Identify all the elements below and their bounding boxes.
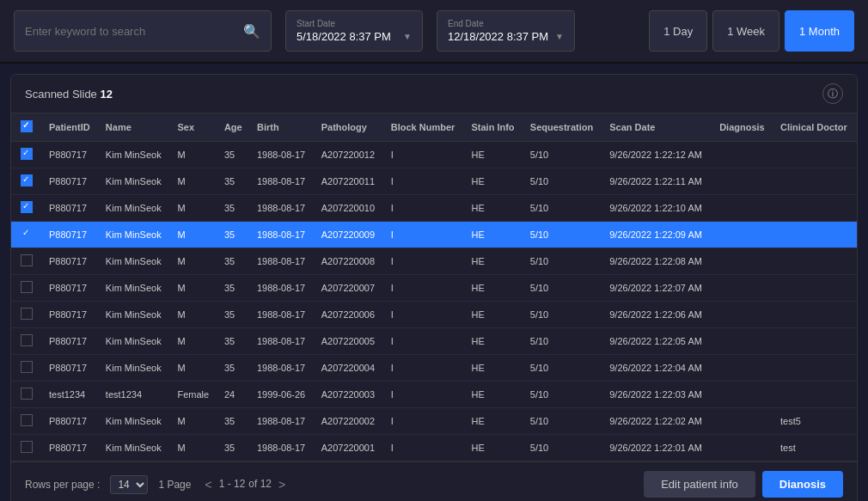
row-checkbox-cell[interactable] — [11, 222, 42, 248]
table-row[interactable]: P880717Kim MinSeokM351988-08-17A20722001… — [11, 142, 857, 168]
col-birth: Birth — [250, 113, 315, 142]
rows-per-page-select[interactable]: 14 25 50 — [110, 475, 148, 494]
row-checkbox-cell[interactable] — [11, 382, 42, 408]
row-checkbox-cell[interactable] — [11, 302, 42, 328]
cell-patientid: P880717 — [42, 408, 99, 435]
row-checkbox[interactable] — [21, 441, 33, 453]
cell-age: 35 — [217, 302, 250, 328]
cell-birth: 1988-08-17 — [250, 275, 315, 302]
table-row[interactable]: P880717Kim MinSeokM351988-08-17A20722001… — [11, 168, 857, 195]
cell-pathology: A207220007 — [315, 275, 384, 302]
search-container[interactable]: 🔍 — [14, 10, 272, 52]
table-row[interactable]: test1234test1234Female241999-06-26A20722… — [11, 382, 857, 408]
cell-sex: M — [170, 168, 217, 195]
cell-name: Kim MinSeok — [99, 195, 171, 222]
cell-pathology: A207220011 — [315, 168, 384, 195]
cell-sequestration: 5/10 — [523, 355, 602, 382]
table-row[interactable]: P880717Kim MinSeokM351988-08-17A20722000… — [11, 435, 857, 461]
cell-staininfo: HE — [464, 435, 523, 461]
row-checkbox[interactable] — [21, 228, 33, 240]
diagnosis-button[interactable]: Dianosis — [762, 471, 843, 498]
next-page-button[interactable]: > — [275, 478, 289, 492]
1day-button[interactable]: 1 Day — [649, 10, 707, 52]
table-row[interactable]: P880717Kim MinSeokM351988-08-17A20722000… — [11, 248, 857, 275]
cell-sex: M — [170, 302, 217, 328]
row-checkbox-cell[interactable] — [11, 408, 42, 435]
scanned-slide-label: Scanned Slide — [25, 88, 100, 101]
cell-diagnosis — [712, 275, 773, 302]
col-sequestration: Sequestration — [523, 113, 602, 142]
table-row[interactable]: P880717Kim MinSeokM351988-08-17A20722000… — [11, 222, 857, 248]
table-row[interactable]: P880717Kim MinSeokM351988-08-17A20722000… — [11, 302, 857, 328]
1week-button[interactable]: 1 Week — [712, 10, 779, 52]
row-checkbox-cell[interactable] — [11, 142, 42, 168]
prev-page-button[interactable]: < — [201, 478, 215, 492]
cell-sex: M — [170, 142, 217, 168]
row-checkbox[interactable] — [21, 201, 33, 213]
cell-clinicaldoctor — [773, 168, 857, 195]
row-checkbox-cell[interactable] — [11, 435, 42, 461]
cell-name: Kim MinSeok — [99, 168, 171, 195]
cell-birth: 1988-08-17 — [250, 195, 315, 222]
row-checkbox[interactable] — [21, 334, 33, 346]
cell-clinicaldoctor — [773, 248, 857, 275]
cell-age: 35 — [217, 328, 250, 355]
cell-sequestration: 5/10 — [523, 408, 602, 435]
row-checkbox-cell[interactable] — [11, 355, 42, 382]
cell-age: 35 — [217, 168, 250, 195]
table-row[interactable]: P880717Kim MinSeokM351988-08-17A20722000… — [11, 355, 857, 382]
info-icon[interactable]: ⓘ — [822, 83, 843, 104]
table-row[interactable]: P880717Kim MinSeokM351988-08-17A20722001… — [11, 195, 857, 222]
cell-sex: M — [170, 195, 217, 222]
cell-patientid: P880717 — [42, 195, 99, 222]
cell-sex: M — [170, 275, 217, 302]
1month-button[interactable]: 1 Month — [785, 10, 854, 52]
select-all-checkbox[interactable] — [21, 120, 33, 132]
row-checkbox[interactable] — [21, 254, 33, 266]
row-checkbox-cell[interactable] — [11, 195, 42, 222]
row-checkbox-cell[interactable] — [11, 275, 42, 302]
cell-patientid: P880717 — [42, 142, 99, 168]
table-row[interactable]: P880717Kim MinSeokM351988-08-17A20722000… — [11, 408, 857, 435]
cell-sex: M — [170, 248, 217, 275]
cell-birth: 1999-06-26 — [250, 382, 315, 408]
cell-sequestration: 5/10 — [523, 168, 602, 195]
row-checkbox-cell[interactable] — [11, 248, 42, 275]
cell-staininfo: HE — [464, 408, 523, 435]
row-checkbox[interactable] — [21, 361, 33, 373]
cell-staininfo: HE — [464, 142, 523, 168]
cell-sequestration: 5/10 — [523, 435, 602, 461]
search-icon[interactable]: 🔍 — [243, 23, 260, 40]
table-row[interactable]: P880717Kim MinSeokM351988-08-17A20722000… — [11, 328, 857, 355]
table-row[interactable]: P880717Kim MinSeokM351988-08-17A20722000… — [11, 275, 857, 302]
cell-scandate: 9/26/2022 1:22:09 AM — [602, 222, 712, 248]
row-checkbox[interactable] — [21, 414, 33, 426]
cell-name: Kim MinSeok — [99, 435, 171, 461]
cell-clinicaldoctor — [773, 328, 857, 355]
col-checkbox[interactable] — [11, 113, 42, 142]
cell-blocknumber: I — [384, 222, 465, 248]
cell-diagnosis — [712, 222, 773, 248]
cell-clinicaldoctor — [773, 355, 857, 382]
cell-birth: 1988-08-17 — [250, 302, 315, 328]
table-body: P880717Kim MinSeokM351988-08-17A20722001… — [11, 142, 857, 461]
row-checkbox-cell[interactable] — [11, 328, 42, 355]
row-checkbox-cell[interactable] — [11, 168, 42, 195]
cell-sex: M — [170, 408, 217, 435]
row-checkbox[interactable] — [21, 388, 33, 400]
edit-patient-info-button[interactable]: Edit patient info — [644, 471, 755, 498]
cell-age: 35 — [217, 222, 250, 248]
cell-blocknumber: I — [384, 195, 465, 222]
start-date-picker[interactable]: Start Date 5/18/2022 8:37 PM ▼ — [285, 10, 423, 52]
row-checkbox[interactable] — [21, 281, 33, 293]
cell-diagnosis — [712, 408, 773, 435]
table-footer: Rows per page : 14 25 50 1 Page < 1 - 12… — [11, 461, 857, 501]
search-input[interactable] — [25, 25, 243, 38]
cell-pathology: A207220002 — [315, 408, 384, 435]
cell-diagnosis — [712, 248, 773, 275]
cell-patientid: P880717 — [42, 435, 99, 461]
end-date-picker[interactable]: End Date 12/18/2022 8:37 PM ▼ — [437, 10, 575, 52]
row-checkbox[interactable] — [21, 308, 33, 320]
row-checkbox[interactable] — [21, 174, 33, 186]
row-checkbox[interactable] — [21, 148, 33, 160]
